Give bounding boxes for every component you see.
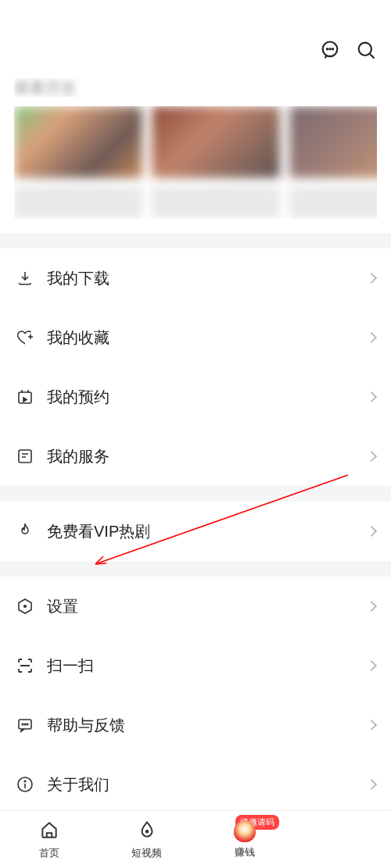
watch-history-section: 观看历史 xyxy=(0,78,391,233)
history-title: 观看历史 xyxy=(14,78,77,97)
chevron-right-icon xyxy=(366,720,377,730)
chevron-right-icon xyxy=(366,332,377,343)
chevron-right-icon xyxy=(366,660,377,671)
heart-plus-icon xyxy=(16,328,34,347)
tab-bar: 首页 短视频 填邀请码 赚钱 xyxy=(0,810,391,868)
svg-point-4 xyxy=(359,43,371,55)
menu-label: 免费看VIP热剧 xyxy=(47,521,355,542)
menu-label: 我的预约 xyxy=(47,387,355,408)
money-bag-icon xyxy=(234,820,256,842)
menu-group-1: 我的下载 我的收藏 我的预约 我的服务 xyxy=(0,248,391,486)
menu-label: 我的收藏 xyxy=(47,327,355,348)
chevron-right-icon xyxy=(366,601,377,612)
help-feedback[interactable]: 帮助与反馈 xyxy=(0,695,391,755)
svg-rect-5 xyxy=(19,392,31,403)
svg-point-10 xyxy=(24,723,26,725)
free-vip[interactable]: 免费看VIP热剧 xyxy=(0,502,391,561)
my-favorites[interactable]: 我的收藏 xyxy=(0,308,391,367)
list-box-icon xyxy=(16,447,34,466)
tab-earn[interactable]: 填邀请码 赚钱 xyxy=(196,811,293,868)
menu-label: 我的下载 xyxy=(47,268,355,289)
flame-icon xyxy=(16,522,34,541)
chevron-right-icon xyxy=(366,779,377,790)
home-icon xyxy=(39,820,59,843)
scan[interactable]: 扫一扫 xyxy=(0,636,391,695)
info-icon xyxy=(16,775,34,794)
chevron-right-icon xyxy=(366,273,377,284)
svg-point-7 xyxy=(24,605,27,608)
svg-point-15 xyxy=(145,830,148,832)
menu-group-3: 设置 扫一扫 帮助与反馈 关于我们 xyxy=(0,577,391,814)
tab-label: 首页 xyxy=(39,846,59,860)
menu-label: 帮助与反馈 xyxy=(47,715,355,736)
header-bar xyxy=(0,0,391,78)
menu-label: 扫一扫 xyxy=(47,655,355,677)
svg-point-11 xyxy=(27,723,28,725)
svg-point-9 xyxy=(22,723,23,725)
tab-label: 短视频 xyxy=(131,846,162,860)
svg-point-1 xyxy=(327,48,328,49)
scan-icon xyxy=(16,656,34,675)
my-reservations[interactable]: 我的预约 xyxy=(0,367,391,427)
message-icon xyxy=(16,716,34,734)
chat-icon[interactable] xyxy=(319,39,341,64)
my-services[interactable]: 我的服务 xyxy=(0,427,391,486)
history-card[interactable] xyxy=(289,106,377,219)
calendar-icon xyxy=(16,388,34,406)
tab-short-video[interactable]: 短视频 xyxy=(98,811,196,868)
chevron-right-icon xyxy=(366,391,377,402)
svg-rect-6 xyxy=(19,450,31,463)
menu-label: 我的服务 xyxy=(47,446,355,467)
menu-group-2: 免费看VIP热剧 xyxy=(0,502,391,561)
history-card[interactable] xyxy=(152,106,280,219)
download-icon xyxy=(16,269,34,288)
about-us[interactable]: 关于我们 xyxy=(0,755,391,814)
chevron-right-icon xyxy=(366,526,377,537)
tab-label: 赚钱 xyxy=(235,845,255,859)
search-icon[interactable] xyxy=(355,39,377,64)
tab-placeholder xyxy=(293,811,391,868)
my-downloads[interactable]: 我的下载 xyxy=(0,248,391,308)
history-card[interactable] xyxy=(14,106,142,219)
menu-label: 设置 xyxy=(47,596,355,617)
settings[interactable]: 设置 xyxy=(0,577,391,636)
svg-point-2 xyxy=(329,48,330,49)
svg-point-13 xyxy=(24,780,26,782)
drop-icon xyxy=(137,820,157,843)
svg-point-3 xyxy=(332,48,333,49)
chevron-right-icon xyxy=(366,451,377,462)
hexagon-icon xyxy=(16,597,34,616)
tab-home[interactable]: 首页 xyxy=(0,811,98,868)
menu-label: 关于我们 xyxy=(47,774,355,795)
